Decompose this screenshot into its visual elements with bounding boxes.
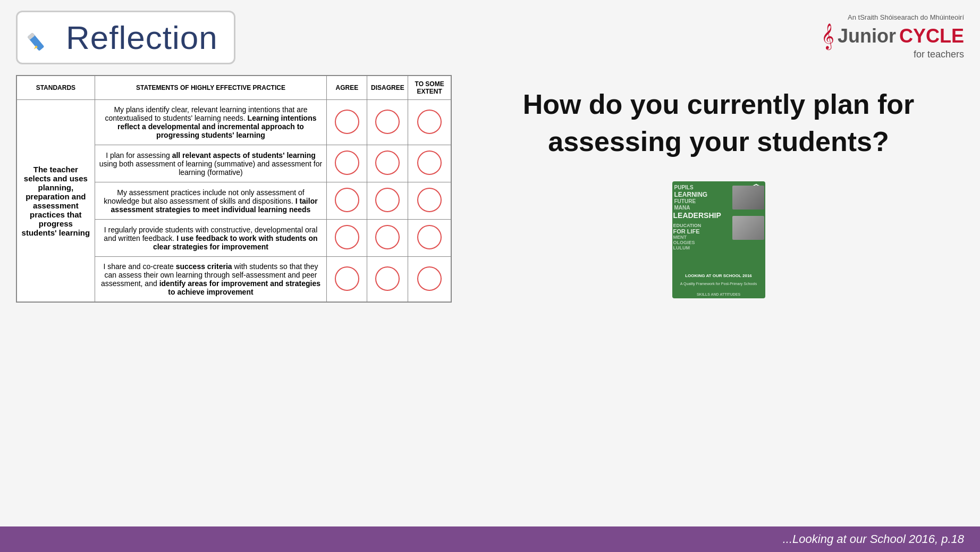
col-header-agree: Agree [327, 76, 367, 100]
statement-cell-3: My assessment practices include not only… [95, 182, 327, 220]
book-bottom-title: LOOKING AT OUR SCHOOL 2016 [673, 273, 764, 278]
extent-cell-5[interactable] [408, 257, 451, 303]
reflection-title: Reflection [66, 19, 218, 56]
statement-cell-2: I plan for assessing all relevant aspect… [95, 145, 327, 182]
extent-cell-4[interactable] [408, 220, 451, 257]
agree-cell-1[interactable] [327, 100, 367, 145]
extent-cell-3[interactable] [408, 182, 451, 220]
music-clef-icon: 𝄞 [821, 23, 834, 49]
book-photo-1 [732, 186, 764, 210]
statement-cell-5: I share and co-create success criteria w… [95, 257, 327, 303]
statement-cell-1: My plans identify clear, relevant learni… [95, 100, 327, 145]
disagree-cell-1[interactable] [367, 100, 408, 145]
extent-cell-1[interactable] [408, 100, 451, 145]
right-section: How do you currently plan for assessing … [473, 75, 964, 303]
radio-extent-1[interactable] [417, 110, 442, 134]
book-word-education: EDUCATION [673, 223, 702, 228]
logo-area: An tSraith Shóisearach do Mhúinteoirí 𝄞 … [821, 11, 964, 60]
agree-cell-4[interactable] [327, 220, 367, 257]
col-header-extent: To Some Extent [408, 76, 451, 100]
logo-tagline: An tSraith Shóisearach do Mhúinteoirí [821, 13, 964, 21]
book-word-pupils: PUPILS [674, 185, 694, 190]
radio-agree-2[interactable] [335, 150, 359, 175]
main-content: STANDARDS STATEMENTS OF HIGHLY EFFECTIVE… [0, 70, 980, 308]
book-photo-2 [732, 216, 764, 240]
book-word-lulum: LULUM [673, 245, 690, 250]
radio-disagree-4[interactable] [375, 225, 400, 249]
for-teachers-text: for teachers [821, 49, 964, 60]
reflection-box: Reflection [16, 11, 235, 64]
radio-disagree-2[interactable] [375, 150, 400, 175]
book-skills-text: SKILLS AND ATTITUDES [672, 292, 765, 296]
book-word-forlife: FOR LIFE [673, 228, 700, 235]
agree-cell-3[interactable] [327, 182, 367, 220]
footer: ...Looking at our School 2016, p.18 [0, 526, 980, 552]
col-header-statements: STATEMENTS OF HIGHLY EFFECTIVE PRACTICE [95, 76, 327, 100]
book-word-learning: LEARNING [674, 191, 708, 198]
col-header-disagree: Disagree [367, 76, 408, 100]
practice-table: STANDARDS STATEMENTS OF HIGHLY EFFECTIVE… [16, 75, 452, 303]
radio-agree-4[interactable] [335, 225, 359, 249]
disagree-cell-5[interactable] [367, 257, 408, 303]
extent-cell-2[interactable] [408, 145, 451, 182]
radio-extent-2[interactable] [417, 150, 442, 175]
radio-disagree-3[interactable] [375, 188, 400, 212]
cycle-text: CYCLE [899, 25, 964, 47]
question-text: How do you currently plan for assessing … [473, 86, 964, 160]
book-bottom-subtitle: A Quality Framework for Post-Primary Sch… [673, 282, 764, 286]
radio-disagree-5[interactable] [375, 266, 400, 291]
header: Reflection An tSraith Shóisearach do Mhú… [0, 0, 980, 70]
footer-text: ...Looking at our School 2016, p.18 [783, 532, 964, 546]
book-word-future: FUTURE [674, 198, 696, 204]
radio-agree-3[interactable] [335, 188, 359, 212]
agree-cell-2[interactable] [327, 145, 367, 182]
col-header-standards: STANDARDS [16, 76, 95, 100]
radio-extent-3[interactable] [417, 188, 442, 212]
disagree-cell-3[interactable] [367, 182, 408, 220]
standards-cell: The teacher selects and uses planning, p… [16, 100, 95, 303]
statement-cell-4: I regularly provide students with constr… [95, 220, 327, 257]
table-row: The teacher selects and uses planning, p… [16, 100, 451, 145]
radio-disagree-1[interactable] [375, 110, 400, 134]
agree-cell-5[interactable] [327, 257, 367, 303]
book-word-leadership: LEADERSHIP [673, 211, 721, 220]
logo-main: 𝄞 JuniorCYCLE [821, 23, 964, 49]
book-word-ologies: OLOGIES [673, 240, 695, 245]
radio-extent-5[interactable] [417, 266, 442, 291]
pencil-icon [27, 23, 56, 52]
junior-text: Junior [838, 25, 896, 47]
radio-agree-5[interactable] [335, 266, 359, 291]
disagree-cell-4[interactable] [367, 220, 408, 257]
book-cover: 🏛 PUPILS LEARNING FUTURE MANA LEADERSHIP… [672, 181, 765, 298]
book-word-ment: MENT [673, 235, 687, 240]
radio-agree-1[interactable] [335, 110, 359, 134]
disagree-cell-2[interactable] [367, 145, 408, 182]
table-section: STANDARDS STATEMENTS OF HIGHLY EFFECTIVE… [16, 75, 452, 303]
book-word-mana: MANA [674, 205, 690, 211]
radio-extent-4[interactable] [417, 225, 442, 249]
